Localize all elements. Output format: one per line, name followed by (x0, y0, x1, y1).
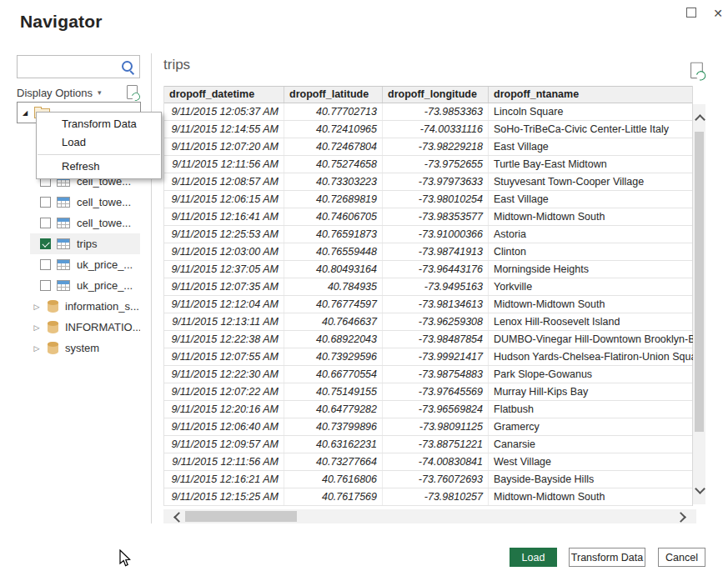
cancel-button[interactable]: Cancel (658, 548, 705, 567)
preview-table: dropoff_datetime dropoff_latitude dropof… (163, 86, 693, 506)
close-button[interactable]: ✕ (705, 3, 728, 23)
display-options[interactable]: Display Options▾ (17, 85, 140, 103)
table-cell: 40.73799896 (284, 418, 383, 435)
maximize-icon (686, 8, 696, 18)
table-cell: -73.96569824 (383, 401, 489, 418)
column-header: dropoff_latitude (284, 87, 383, 103)
table-row: 9/11/2015 12:07:20 AM40.72467804-73.9822… (164, 138, 692, 156)
table-cell: 40.7616806 (284, 471, 383, 488)
table-cell: Murray Hill-Kips Bay (489, 383, 694, 400)
table-cell: Park Slope-Gowanus (489, 366, 694, 383)
table-cell: 40.76774597 (284, 296, 383, 313)
table-cell: 9/11/2015 12:03:00 AM (164, 243, 284, 260)
menu-item-load[interactable]: Load (37, 133, 161, 152)
database-icon (48, 300, 58, 313)
chevron-right-icon[interactable]: ▷ (33, 323, 41, 332)
table-cell: 9/11/2015 12:06:15 AM (164, 191, 284, 208)
table-row: 9/11/2015 12:08:57 AM40.73303223-73.9797… (164, 173, 692, 191)
tree-item-table[interactable]: cell_towe... (30, 213, 140, 233)
chevron-expanded-icon[interactable]: ◢ (21, 109, 29, 117)
table-row: 9/11/2015 12:05:37 AM40.77702713-73.9853… (164, 103, 692, 121)
chevron-right-icon[interactable]: ▷ (33, 303, 41, 311)
table-row: 9/11/2015 12:09:57 AM40.63162231-73.8875… (164, 436, 692, 453)
maximize-button[interactable] (679, 3, 704, 23)
tree-item-label: INFORMATIO... (65, 321, 140, 333)
vertical-scrollbar-thumb[interactable] (695, 132, 704, 432)
checkbox[interactable] (40, 238, 51, 249)
table-cell: 9/11/2015 12:07:55 AM (164, 348, 284, 365)
table-cell: 9/11/2015 12:12:04 AM (164, 296, 284, 313)
tree-item-database[interactable]: ▷ INFORMATIO... (30, 317, 140, 338)
scroll-down-icon[interactable] (695, 483, 705, 494)
table-cell: -73.98487854 (383, 331, 489, 348)
transform-data-button[interactable]: Transform Data (569, 548, 645, 567)
table-cell: 40.64779282 (284, 401, 383, 418)
table-cell: -73.98741913 (383, 243, 489, 260)
menu-item-refresh[interactable]: Refresh (37, 158, 161, 176)
search-input[interactable] (19, 58, 119, 78)
table-cell: 40.74606705 (284, 208, 383, 225)
chevron-right-icon[interactable]: ▷ (33, 344, 41, 353)
tree-item-table[interactable]: cell_towe... (30, 192, 140, 213)
tree-item-label: cell_towe... (77, 217, 131, 229)
table-cell: 9/11/2015 12:07:22 AM (164, 383, 284, 400)
table-cell: -73.97645569 (383, 383, 489, 400)
table-cell: Midtown-Midtown South (489, 296, 694, 313)
table-cell: -74.00830841 (383, 453, 489, 470)
vertical-scrollbar[interactable] (693, 104, 705, 504)
table-cell: -73.98091125 (383, 418, 489, 435)
tree-item-label: uk_price_... (77, 279, 133, 292)
table-cell: 40.72689819 (284, 191, 383, 208)
table-cell: 9/11/2015 12:22:30 AM (164, 366, 284, 383)
scroll-left-icon[interactable] (173, 512, 184, 523)
table-cell: -73.98010254 (383, 191, 489, 208)
horizontal-scrollbar[interactable] (163, 509, 696, 523)
menu-separator (38, 154, 160, 155)
table-cell: 9/11/2015 12:09:57 AM (164, 436, 284, 453)
table-cell: 9/11/2015 12:07:20 AM (164, 138, 284, 155)
tree-item-database[interactable]: ▷ system (30, 338, 140, 358)
preview-table-body: 9/11/2015 12:05:37 AM40.77702713-73.9853… (164, 103, 692, 506)
mouse-cursor (119, 549, 132, 568)
table-row: 9/11/2015 12:37:05 AM40.80493164-73.9644… (164, 261, 692, 278)
context-menu: Transform Data Load Refresh (36, 112, 162, 179)
column-header: dropoff_ntaname (489, 87, 694, 103)
checkbox[interactable] (40, 280, 51, 291)
checkbox[interactable] (40, 197, 51, 208)
search-icon[interactable] (120, 59, 136, 75)
table-row: 9/11/2015 12:11:56 AM40.73277664-74.0083… (164, 453, 692, 471)
table-cell: Stuyvesant Town-Cooper Village (489, 173, 694, 190)
table-cell: 40.75149155 (284, 383, 383, 400)
table-cell: -73.91000366 (383, 226, 489, 243)
table-row: 9/11/2015 12:22:38 AM40.68922043-73.9848… (164, 331, 692, 348)
table-row: 9/11/2015 12:16:21 AM40.7616806-73.76072… (164, 471, 692, 488)
tree-item-table[interactable]: trips (30, 233, 140, 254)
table-row: 9/11/2015 12:07:35 AM40.784935-73.949516… (164, 278, 692, 296)
tree-item-table[interactable]: uk_price_... (30, 275, 140, 296)
menu-item-transform-data[interactable]: Transform Data (37, 115, 161, 133)
table-row: 9/11/2015 12:07:22 AM40.75149155-73.9764… (164, 383, 692, 401)
table-cell: 9/11/2015 12:25:53 AM (164, 226, 284, 243)
horizontal-scrollbar-thumb[interactable] (185, 511, 297, 522)
table-cell: Morningside Heights (489, 261, 694, 278)
tree-item-database[interactable]: ▷ information_s... (30, 296, 140, 317)
load-button[interactable]: Load (510, 548, 557, 567)
refresh-preview-icon[interactable] (690, 63, 704, 79)
scroll-up-icon[interactable] (695, 114, 705, 125)
chevron-down-icon: ▾ (98, 88, 102, 97)
table-cell: 9/11/2015 12:07:35 AM (164, 278, 284, 295)
checkbox[interactable] (40, 218, 51, 228)
scroll-right-icon[interactable] (675, 512, 686, 523)
table-cell: 40.73277664 (284, 453, 383, 470)
table-cell: 40.68922043 (284, 331, 383, 348)
table-cell: Flatbush (489, 401, 694, 418)
database-icon (48, 342, 58, 354)
table-cell: 9/11/2015 12:22:38 AM (164, 331, 284, 348)
tree-item-table[interactable]: uk_price_... (30, 254, 140, 275)
table-cell: Gramercy (489, 418, 694, 435)
display-options-label: Display Options (17, 87, 93, 99)
checkbox[interactable] (40, 259, 51, 270)
table-row: 9/11/2015 12:16:41 AM40.74606705-73.9835… (164, 208, 692, 226)
refresh-list-icon[interactable] (127, 85, 138, 99)
table-cell: 40.66770554 (284, 366, 383, 383)
